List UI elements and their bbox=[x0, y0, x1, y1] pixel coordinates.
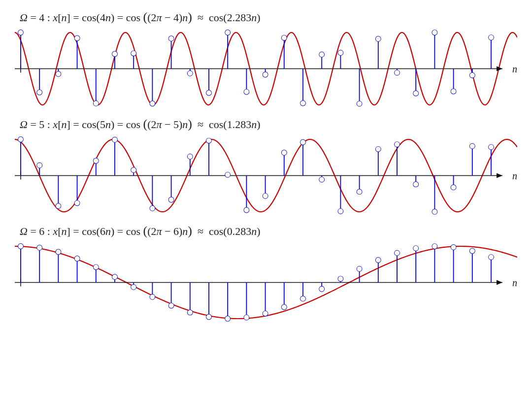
equation-text-2: Ω = 5 : x[n] = cos(5n) = cos ((2π − 5)n)… bbox=[15, 117, 517, 132]
graph-canvas-1 bbox=[15, 26, 517, 112]
equation-block-3: Ω = 6 : x[n] = cos(6n) = cos ((2π − 6)n)… bbox=[15, 224, 517, 326]
n-label-1: n bbox=[512, 63, 517, 74]
equation-block-2: Ω = 5 : x[n] = cos(5n) = cos ((2π − 5)n)… bbox=[15, 117, 517, 219]
page: Ω = 4 : x[n] = cos(4n) = cos ((2π − 4)n)… bbox=[0, 0, 532, 395]
graph-container-2: n bbox=[15, 132, 517, 219]
graph-canvas-3 bbox=[15, 239, 517, 326]
equation-text-1: Ω = 4 : x[n] = cos(4n) = cos ((2π − 4)n)… bbox=[15, 10, 517, 25]
equation-block-1: Ω = 4 : x[n] = cos(4n) = cos ((2π − 4)n)… bbox=[15, 10, 517, 112]
n-label-3: n bbox=[512, 277, 517, 288]
n-label-2: n bbox=[512, 170, 517, 181]
graph-container-1: n bbox=[15, 26, 517, 112]
equation-text-3: Ω = 6 : x[n] = cos(6n) = cos ((2π − 6)n)… bbox=[15, 224, 517, 238]
graph-canvas-2 bbox=[15, 132, 517, 219]
graph-container-3: n bbox=[15, 239, 517, 326]
